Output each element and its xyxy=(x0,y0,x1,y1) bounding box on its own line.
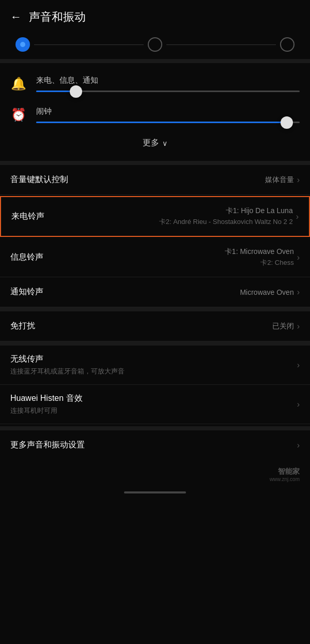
tab-row xyxy=(0,30,310,59)
tab-divider-1 xyxy=(34,44,144,45)
chevron-right-icon-4: › xyxy=(297,288,300,297)
ringtone-right: 卡1: Hijo De La Luna 卡2: André Rieu - Sho… xyxy=(44,206,299,227)
histen-content: Huawei Histen 音效 连接耳机时可用 xyxy=(10,393,297,415)
wireless-audio-row[interactable]: 无线传声 连接蓝牙耳机或蓝牙音箱，可放大声音 › xyxy=(0,346,310,385)
message-ringtone-label: 信息铃声 xyxy=(10,252,43,263)
dnd-value: 已关闭 xyxy=(272,322,294,331)
section-divider-5 xyxy=(0,426,310,430)
wireless-audio-title: 无线传声 xyxy=(10,354,297,365)
wireless-section: 无线传声 连接蓝牙耳机或蓝牙音箱，可放大声音 › Huawei Histen 音… xyxy=(0,346,310,426)
more-label: 更多 xyxy=(143,138,159,148)
alarm-volume-row: ⏰ 闹钟 xyxy=(0,99,310,130)
home-indicator xyxy=(0,487,310,497)
more-row[interactable]: 更多 ∨ xyxy=(0,130,310,158)
ringtone-volume-content: 来电、信息、通知 xyxy=(36,76,300,92)
volume-section: 🔔 来电、信息、通知 ⏰ 闹钟 更多 ∨ xyxy=(0,63,310,161)
ringtone-value: 卡1: Hijo De La Luna 卡2: André Rieu - Sho… xyxy=(159,206,293,227)
home-bar xyxy=(124,491,186,493)
alarm-volume-label: 闹钟 xyxy=(36,107,300,116)
message-ringtone-right: 卡1: Microwave Oven 卡2: Chess › xyxy=(43,247,300,267)
ringtone-volume-row: 🔔 来电、信息、通知 xyxy=(0,68,310,99)
volume-key-row[interactable]: 音量键默认控制 媒体音量 › xyxy=(0,165,310,195)
alarm-volume-content: 闹钟 xyxy=(36,107,300,123)
tab-1-dot-icon xyxy=(20,41,26,48)
more-settings-row[interactable]: 更多声音和振动设置 › xyxy=(0,430,310,460)
tab-divider-2 xyxy=(166,44,276,45)
chevron-right-icon-6: › xyxy=(297,361,300,370)
ringtone-row[interactable]: 来电铃声 卡1: Hijo De La Luna 卡2: André Rieu … xyxy=(0,196,310,237)
alarm-slider-thumb[interactable] xyxy=(281,116,293,129)
dnd-section: 免打扰 已关闭 › xyxy=(0,311,310,341)
dnd-label: 免打扰 xyxy=(10,321,35,332)
dnd-right: 已关闭 › xyxy=(35,322,300,331)
wireless-audio-subtitle: 连接蓝牙耳机或蓝牙音箱，可放大声音 xyxy=(10,367,297,376)
notification-ringtone-label: 通知铃声 xyxy=(10,287,43,297)
chevron-right-icon-5: › xyxy=(297,322,300,331)
section-divider-3 xyxy=(0,307,310,311)
notification-ringtone-value: Microwave Oven xyxy=(240,288,293,296)
notification-ringtone-row[interactable]: 通知铃声 Microwave Oven › xyxy=(0,277,310,307)
section-divider-4 xyxy=(0,341,310,346)
message-ringtone-row[interactable]: 信息铃声 卡1: Microwave Oven 卡2: Chess › xyxy=(0,238,310,277)
svg-point-0 xyxy=(20,42,25,47)
section-divider-1 xyxy=(0,59,310,63)
chevron-right-icon-2: › xyxy=(296,212,299,221)
tab-2[interactable] xyxy=(148,37,162,52)
watermark-logo-sub: www.znj.com xyxy=(270,476,300,482)
section-divider-2 xyxy=(0,161,310,165)
dnd-row[interactable]: 免打扰 已关闭 › xyxy=(0,311,310,341)
notification-ringtone-right: Microwave Oven › xyxy=(43,288,300,297)
volume-key-right: 媒体音量 › xyxy=(68,175,300,185)
chevron-down-icon: ∨ xyxy=(162,139,167,147)
volume-key-value: 媒体音量 xyxy=(265,175,294,185)
more-settings-label: 更多声音和振动设置 xyxy=(10,440,85,451)
watermark-logo-main: 智能家 xyxy=(278,467,300,476)
wireless-audio-content: 无线传声 连接蓝牙耳机或蓝牙音箱，可放大声音 xyxy=(10,354,297,376)
tab-1[interactable] xyxy=(16,37,30,52)
alarm-icon: ⏰ xyxy=(10,108,27,122)
watermark-area: 智能家 www.znj.com xyxy=(0,460,310,487)
histen-row[interactable]: Huawei Histen 音效 连接耳机时可用 › xyxy=(0,385,310,424)
header: ← 声音和振动 xyxy=(0,0,310,30)
chevron-right-icon-1: › xyxy=(297,175,300,185)
alarm-slider-track[interactable] xyxy=(36,122,300,123)
chevron-right-icon-8: › xyxy=(297,441,300,450)
tab-3[interactable] xyxy=(280,37,295,52)
histen-title: Huawei Histen 音效 xyxy=(10,393,297,404)
page-title: 声音和振动 xyxy=(29,9,86,25)
back-button[interactable]: ← xyxy=(10,10,22,24)
chevron-right-icon-7: › xyxy=(297,400,300,409)
volume-key-label: 音量键默认控制 xyxy=(10,174,68,185)
ringtone-volume-label: 来电、信息、通知 xyxy=(36,76,300,85)
watermark-logo: 智能家 www.znj.com xyxy=(270,467,300,482)
ringtone-slider-track[interactable] xyxy=(36,91,300,92)
ringtone-label: 来电铃声 xyxy=(11,211,44,222)
bell-icon: 🔔 xyxy=(10,77,27,91)
alarm-slider-fill xyxy=(36,122,287,123)
chevron-right-icon-3: › xyxy=(297,253,300,262)
message-ringtone-value: 卡1: Microwave Oven 卡2: Chess xyxy=(225,247,294,267)
list-section: 音量键默认控制 媒体音量 › 来电铃声 卡1: Hijo De La Luna … xyxy=(0,165,310,307)
histen-subtitle: 连接耳机时可用 xyxy=(10,406,297,415)
ringtone-slider-thumb[interactable] xyxy=(70,85,82,98)
